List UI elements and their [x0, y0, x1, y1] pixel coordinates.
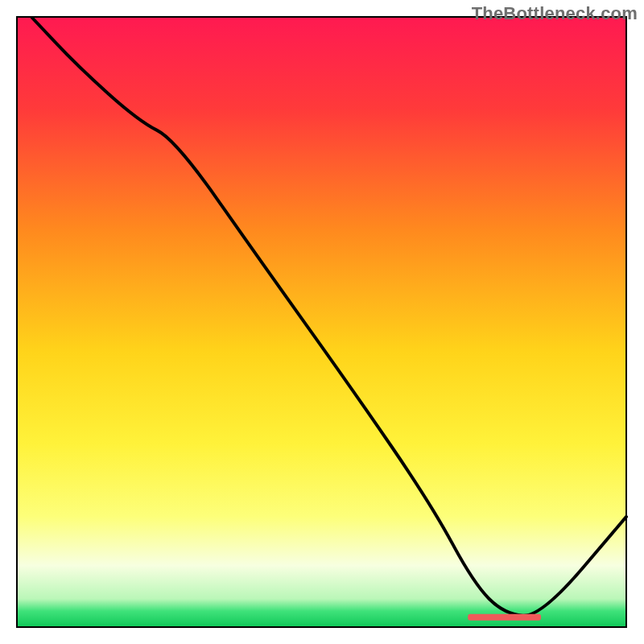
- watermark-text: TheBottleneck.com: [472, 3, 638, 24]
- gradient-background: [17, 18, 626, 626]
- chart-container: TheBottleneck.com: [0, 0, 644, 644]
- chart-svg: [0, 0, 644, 644]
- marker-band: [468, 614, 541, 621]
- plot-area: [17, 17, 626, 627]
